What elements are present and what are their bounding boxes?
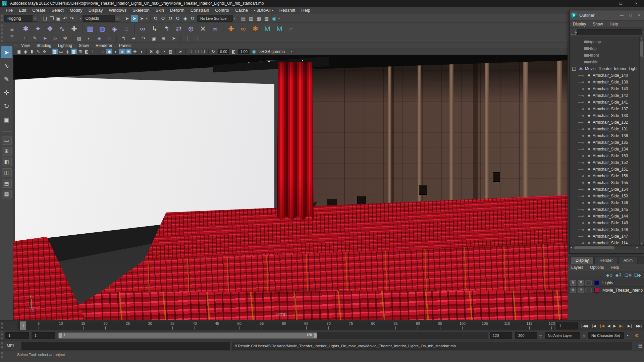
- outliner-filter-icon[interactable]: [571, 30, 576, 35]
- scroll-left-icon[interactable]: ◀: [570, 246, 572, 249]
- outliner-object-row[interactable]: ❖ Armchair_Side_155: [570, 179, 644, 186]
- shelf-corner-icon[interactable]: ⌐: [287, 24, 296, 34]
- camera-bookmark-icon[interactable]: ◉: [22, 49, 29, 54]
- step-back-key-button[interactable]: ❘◀: [599, 324, 604, 328]
- insert-key-icon[interactable]: ❘: [184, 35, 191, 42]
- go-to-start-button[interactable]: ❘◀◀: [580, 324, 587, 328]
- layer-editor-menu-item[interactable]: Options: [587, 265, 607, 270]
- shelf-icon[interactable]: [116, 35, 117, 42]
- statusline-grip[interactable]: [1, 15, 4, 22]
- camera-attributes-icon[interactable]: ▣: [16, 49, 22, 54]
- cube-lattice-icon[interactable]: ◈: [110, 24, 119, 34]
- panel-menu-item[interactable]: Panels: [116, 43, 135, 48]
- resolution-gate-icon[interactable]: ◎: [64, 49, 70, 54]
- menu-item[interactable]: Display: [86, 7, 106, 14]
- shelf-icon[interactable]: [82, 24, 83, 34]
- outliner-close-button[interactable]: ✕: [635, 10, 644, 20]
- outliner-object-row[interactable]: ❖ Armchair_Side_140: [570, 72, 644, 79]
- outliner-object-row[interactable]: ❖ Armchair_Side_154: [570, 186, 644, 193]
- shelf-grip[interactable]: [1, 23, 4, 42]
- maximize-button[interactable]: ❐: [613, 0, 629, 7]
- panel-menu-item[interactable]: View: [18, 43, 33, 48]
- xray-joints-icon[interactable]: ◍: [155, 49, 161, 54]
- outliner-camera-row[interactable]: front: [570, 52, 644, 59]
- layout-persp-outliner[interactable]: ◧: [2, 158, 12, 166]
- bind-skin-icon[interactable]: ∞: [52, 35, 58, 42]
- close-button[interactable]: ✕: [629, 0, 644, 7]
- snap-selection-icon[interactable]: ➤: [170, 35, 177, 42]
- delete-key-icon[interactable]: ❘: [195, 35, 201, 42]
- make-live-icon[interactable]: Ω: [189, 15, 196, 22]
- play-forwards-button[interactable]: ▶: [613, 324, 615, 328]
- panel-menu-item[interactable]: Renderer: [92, 43, 116, 48]
- parent-constraint-icon[interactable]: ∞: [138, 24, 147, 34]
- wrap-deformer-icon[interactable]: ◈: [96, 35, 103, 42]
- outliner-object-row[interactable]: ❖ Armchair_Side_156: [570, 173, 644, 179]
- outliner-object-row[interactable]: ❖ Armchair_Side_148: [570, 226, 644, 233]
- exposure-toggle-icon[interactable]: ◔: [161, 49, 167, 54]
- shelf-menu-icon[interactable]: ☰: [10, 27, 14, 32]
- color-management-toggle-icon[interactable]: ◉: [251, 49, 257, 54]
- move-tool[interactable]: ✛: [1, 86, 12, 99]
- current-frame-marker[interactable]: 1: [20, 321, 26, 330]
- shadows-icon[interactable]: ✳: [125, 49, 131, 54]
- copy-weights-icon[interactable]: ▧: [76, 35, 83, 42]
- rig-orient-icon[interactable]: ↑: [21, 35, 28, 42]
- colorspace-dropdown[interactable]: sRGB gamma ▾: [257, 49, 295, 54]
- reroot-icon[interactable]: ↰: [120, 35, 127, 42]
- create-layer-from-selected-icon[interactable]: ❏◆: [634, 273, 641, 278]
- menu-item[interactable]: Skeleton: [129, 7, 153, 14]
- layer-row[interactable]: V P Lights: [568, 279, 644, 287]
- move-pivot-icon[interactable]: ➔: [130, 35, 137, 42]
- menu-item[interactable]: Constrain: [187, 7, 212, 14]
- selection-mask-dropdown[interactable]: Objects ▾: [83, 15, 120, 22]
- move-layer-up-icon[interactable]: ◆↥: [606, 273, 613, 278]
- connect-attribute-icon[interactable]: ∞: [239, 24, 248, 34]
- range-slider-bar[interactable]: 1 120: [58, 333, 317, 339]
- layer-name[interactable]: Lights: [602, 281, 613, 285]
- film-gate-icon[interactable]: ▭: [58, 49, 64, 54]
- outliner-titlebar[interactable]: Outliner — ❐ ✕: [570, 10, 644, 20]
- layer-color-swatch[interactable]: [594, 288, 599, 293]
- save-scene-icon[interactable]: ▣: [55, 15, 62, 22]
- orient-joint-icon[interactable]: ↷: [140, 35, 147, 42]
- outliner-horizontal-scrollbar[interactable]: ◀ ▶: [570, 245, 644, 250]
- gamma-field[interactable]: 1.00: [238, 49, 249, 54]
- move-layer-down-icon[interactable]: ◆↧: [615, 273, 622, 278]
- shelf-icon[interactable]: [72, 35, 72, 42]
- anim-layer-field[interactable]: No Anim Layer: [545, 332, 580, 339]
- grid-toggle-icon[interactable]: ▦: [52, 49, 58, 54]
- menu-item[interactable]: Windows: [106, 7, 129, 14]
- panel-toolbar-icon[interactable]: [50, 49, 50, 54]
- aim-constraint-icon[interactable]: ⇄: [174, 24, 183, 34]
- render-sphere-icon[interactable]: ◉: [271, 15, 278, 22]
- spline-ik-icon[interactable]: ∿: [58, 24, 66, 34]
- menu-item[interactable]: Redshift: [276, 7, 299, 14]
- motion-blur-icon[interactable]: ◑: [138, 49, 144, 54]
- playback-end-field[interactable]: 120: [490, 332, 512, 339]
- render-current-frame-icon[interactable]: ▥: [248, 15, 255, 22]
- gate-mask-icon[interactable]: ▩: [71, 49, 77, 54]
- menu-item[interactable]: Edit: [16, 7, 29, 14]
- outliner-object-row[interactable]: ❖ Armchair_Side_151: [570, 166, 644, 173]
- outliner-camera-row[interactable]: top: [570, 45, 644, 52]
- panel-toolbar-icon[interactable]: [175, 49, 176, 54]
- scale-tool[interactable]: ▣: [1, 113, 12, 125]
- outliner-menu-item[interactable]: Display: [570, 22, 589, 26]
- outliner-object-row[interactable]: ❖ Armchair_Side_137: [570, 106, 644, 112]
- menu-item[interactable]: Deform: [167, 7, 187, 14]
- history-toggle-icon[interactable]: ▾: [80, 17, 82, 20]
- character-set-dropdown-icon[interactable]: ▽: [583, 335, 585, 338]
- scroll-up-icon[interactable]: ▲: [641, 37, 643, 40]
- go-to-end-button[interactable]: ▶▶❘: [636, 324, 643, 328]
- outliner-camera-row[interactable]: side: [570, 59, 644, 65]
- camera-tools-icon[interactable]: ✛: [42, 49, 48, 54]
- menu-item[interactable]: File: [3, 7, 16, 14]
- panel-menu-item[interactable]: Shading: [33, 43, 55, 48]
- menu-item[interactable]: Select: [48, 7, 66, 14]
- menu-set-dropdown[interactable]: Rigging ▾: [4, 15, 38, 22]
- auto-keyframe-icon[interactable]: ⚙: [635, 333, 639, 338]
- geometry-constraint-icon[interactable]: ∞: [211, 24, 219, 34]
- orient-constraint-icon[interactable]: ↰: [162, 24, 171, 34]
- menu-item[interactable]: Create: [29, 7, 48, 14]
